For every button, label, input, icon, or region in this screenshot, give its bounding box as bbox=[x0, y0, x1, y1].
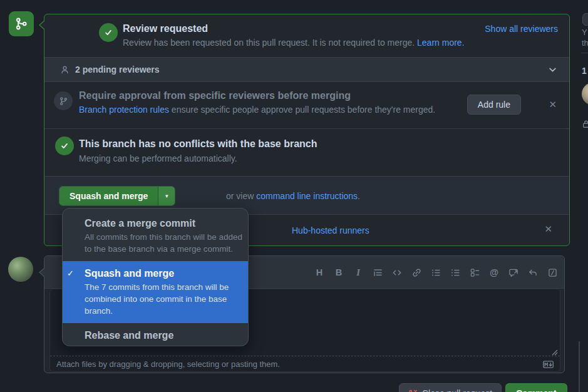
no-conflicts-description: Merging can be performed automatically. bbox=[79, 153, 237, 163]
link-icon[interactable] bbox=[411, 267, 422, 278]
branch-protection-description: Branch protection rules ensure specific … bbox=[79, 105, 435, 115]
attach-files-bar[interactable]: Attach files by dragging & dropping, sel… bbox=[50, 356, 560, 372]
no-conflicts-row: This branch has no conflicts with the ba… bbox=[44, 128, 569, 176]
resize-handle[interactable] bbox=[552, 349, 558, 356]
add-rule-button[interactable]: Add rule bbox=[467, 95, 521, 115]
heading-icon[interactable]: H bbox=[314, 267, 325, 278]
command-line-instructions-link[interactable]: command line instructions bbox=[256, 191, 358, 201]
git-branch-icon bbox=[54, 91, 73, 110]
ordered-list-icon[interactable] bbox=[450, 267, 461, 278]
unordered-list-icon[interactable] bbox=[430, 267, 441, 278]
sidebar-divider bbox=[581, 53, 588, 53]
reply-icon[interactable] bbox=[527, 267, 539, 278]
dismiss-runners-icon[interactable]: ✕ bbox=[544, 224, 552, 234]
close-pull-request-button[interactable]: Close pull request bbox=[399, 383, 502, 392]
user-avatar[interactable] bbox=[8, 257, 33, 282]
italic-icon[interactable]: I bbox=[353, 267, 364, 278]
review-requested-row: Review requested Review has been request… bbox=[44, 14, 569, 57]
check-circle-icon bbox=[99, 23, 118, 42]
participants-count: 1 bbox=[582, 66, 587, 76]
merge-method-dropdown: Create a merge commit All commits from t… bbox=[62, 208, 249, 346]
sidebar-button-fragment[interactable] bbox=[582, 13, 588, 26]
participant-avatar[interactable] bbox=[582, 83, 588, 105]
review-requested-title: Review requested bbox=[123, 23, 208, 34]
cross-reference-icon[interactable] bbox=[508, 267, 519, 278]
git-merge-icon bbox=[9, 11, 34, 36]
menu-item-title: Create a merge commit bbox=[85, 218, 238, 229]
comment-button-label: Comment bbox=[516, 388, 557, 392]
bold-icon[interactable]: B bbox=[333, 267, 344, 278]
close-pr-label: Close pull request bbox=[422, 388, 492, 392]
comment-button[interactable]: Comment bbox=[505, 383, 567, 392]
menu-item-description: All commits from this branch will be add… bbox=[85, 231, 245, 255]
sidebar-text-fragment: th bbox=[582, 38, 588, 48]
pending-reviewers-row[interactable]: 2 pending reviewers bbox=[44, 57, 569, 82]
content-divider bbox=[579, 341, 580, 392]
menu-item-description: The 7 commits from this branch will be c… bbox=[85, 281, 245, 317]
attach-files-text: Attach files by dragging & dropping, sel… bbox=[56, 359, 280, 369]
menu-item-description: The 7 commits from this branch will be r… bbox=[85, 343, 245, 346]
menu-item-title: Squash and merge bbox=[85, 268, 238, 279]
branch-protection-row: Require approval from specific reviewers… bbox=[44, 82, 569, 128]
merge-options-caret[interactable]: ▾ bbox=[158, 187, 175, 205]
squash-and-merge-button[interactable]: Squash and merge ▾ bbox=[59, 186, 175, 206]
dismiss-protection-icon[interactable]: ✕ bbox=[549, 100, 557, 109]
show-all-reviewers-link[interactable]: Show all reviewers bbox=[485, 24, 558, 34]
pr-closed-icon bbox=[408, 389, 418, 392]
command-line-hint: or view command line instructions. bbox=[226, 191, 360, 201]
markdown-toolbar: H B I bbox=[314, 256, 558, 289]
branch-protection-rules-link[interactable]: Branch protection rules bbox=[79, 105, 169, 115]
branch-protection-title: Require approval from specific reviewers… bbox=[79, 90, 351, 101]
review-requested-description: Review has been requested on this pull r… bbox=[123, 38, 465, 48]
merge-button-label[interactable]: Squash and merge bbox=[59, 187, 158, 205]
slash-command-icon[interactable] bbox=[547, 267, 558, 278]
pending-reviewers-label: 2 pending reviewers bbox=[75, 64, 160, 75]
check-circle-icon bbox=[55, 137, 74, 155]
learn-more-link[interactable]: Learn more. bbox=[417, 38, 464, 48]
menu-item-title: Rebase and merge bbox=[85, 330, 238, 341]
chevron-down-icon[interactable] bbox=[549, 66, 557, 74]
markdown-icon bbox=[543, 361, 554, 368]
menu-item-rebase-and-merge[interactable]: Rebase and merge The 7 commits from this… bbox=[63, 323, 248, 346]
hosted-runners-link[interactable]: Hub-hosted runners bbox=[292, 225, 369, 235]
menu-item-squash-and-merge[interactable]: ✓ Squash and merge The 7 commits from th… bbox=[63, 261, 248, 323]
person-icon bbox=[60, 65, 70, 75]
sidebar-text-fragment: Y bbox=[582, 28, 587, 37]
quote-icon[interactable] bbox=[372, 267, 383, 278]
lock-icon[interactable] bbox=[582, 120, 588, 128]
no-conflicts-title: This branch has no conflicts with the ba… bbox=[79, 138, 317, 150]
pull-request-page: Review requested Review has been request… bbox=[0, 0, 588, 392]
mention-icon[interactable]: @ bbox=[488, 267, 500, 278]
check-icon: ✓ bbox=[67, 269, 74, 278]
menu-item-create-merge-commit[interactable]: Create a merge commit All commits from t… bbox=[63, 211, 248, 261]
task-list-icon[interactable] bbox=[469, 267, 480, 278]
code-icon[interactable] bbox=[391, 267, 403, 278]
